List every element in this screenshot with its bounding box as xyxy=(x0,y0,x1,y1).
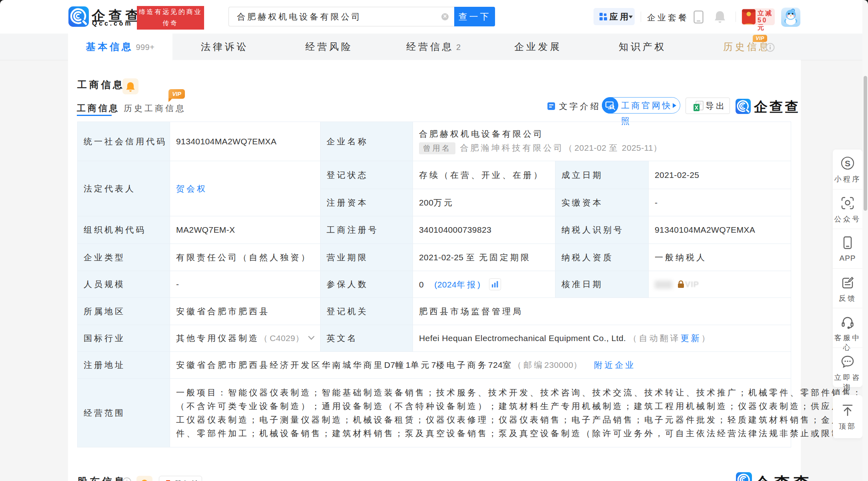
svg-text:S: S xyxy=(845,159,850,168)
